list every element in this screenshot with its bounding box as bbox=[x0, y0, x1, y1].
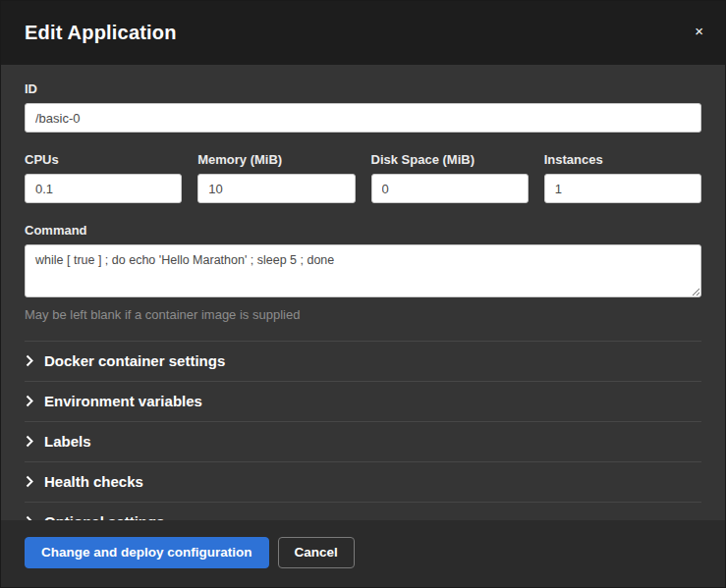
modal-title: Edit Application bbox=[25, 21, 177, 44]
change-and-deploy-button[interactable]: Change and deploy configuration bbox=[25, 537, 269, 568]
command-field-group: Command while [ true ] ; do echo 'Hello … bbox=[25, 223, 701, 322]
chevron-right-icon bbox=[26, 435, 33, 448]
section-label: Labels bbox=[44, 433, 91, 450]
cpus-label: CPUs bbox=[25, 152, 182, 167]
instances-field-group: Instances bbox=[544, 152, 701, 203]
section-health-checks[interactable]: Health checks bbox=[25, 461, 701, 502]
command-label: Command bbox=[25, 223, 701, 238]
chevron-right-icon bbox=[26, 354, 33, 367]
section-label: Docker container settings bbox=[44, 352, 225, 369]
id-field-group: ID bbox=[25, 81, 701, 133]
modal-footer: Change and deploy configuration Cancel bbox=[1, 520, 725, 587]
disk-label: Disk Space (MiB) bbox=[371, 152, 529, 167]
memory-label: Memory (MiB) bbox=[197, 152, 355, 167]
collapsible-sections: Docker container settings Environment va… bbox=[25, 341, 701, 520]
section-label: Environment variables bbox=[44, 393, 202, 409]
modal-header: Edit Application × bbox=[1, 1, 725, 65]
command-input[interactable]: while [ true ] ; do echo 'Hello Marathon… bbox=[25, 244, 701, 297]
cpus-input[interactable] bbox=[25, 174, 182, 203]
section-label: Health checks bbox=[44, 473, 143, 490]
command-help-text: May be left blank if a container image i… bbox=[25, 307, 701, 322]
modal-body: ID CPUs Memory (MiB) Disk Space (MiB) In… bbox=[1, 65, 725, 520]
id-input[interactable] bbox=[25, 103, 701, 133]
disk-input[interactable] bbox=[371, 174, 529, 203]
cancel-button[interactable]: Cancel bbox=[278, 537, 355, 568]
cpus-field-group: CPUs bbox=[25, 152, 182, 203]
resources-row: CPUs Memory (MiB) Disk Space (MiB) Insta… bbox=[25, 152, 701, 203]
memory-field-group: Memory (MiB) bbox=[197, 152, 355, 203]
id-label: ID bbox=[25, 81, 701, 96]
memory-input[interactable] bbox=[197, 174, 355, 203]
close-icon[interactable]: × bbox=[695, 24, 703, 38]
section-docker-container-settings[interactable]: Docker container settings bbox=[25, 341, 701, 381]
section-label: Optional settings bbox=[44, 513, 165, 520]
section-environment-variables[interactable]: Environment variables bbox=[25, 381, 701, 421]
section-labels[interactable]: Labels bbox=[25, 421, 701, 461]
section-optional-settings[interactable]: Optional settings bbox=[25, 502, 701, 520]
disk-field-group: Disk Space (MiB) bbox=[371, 152, 529, 203]
instances-input[interactable] bbox=[544, 174, 701, 203]
chevron-right-icon bbox=[26, 395, 33, 407]
edit-application-modal: Edit Application × ID CPUs Memory (MiB) … bbox=[0, 0, 726, 588]
instances-label: Instances bbox=[544, 152, 701, 167]
chevron-right-icon bbox=[26, 475, 33, 488]
